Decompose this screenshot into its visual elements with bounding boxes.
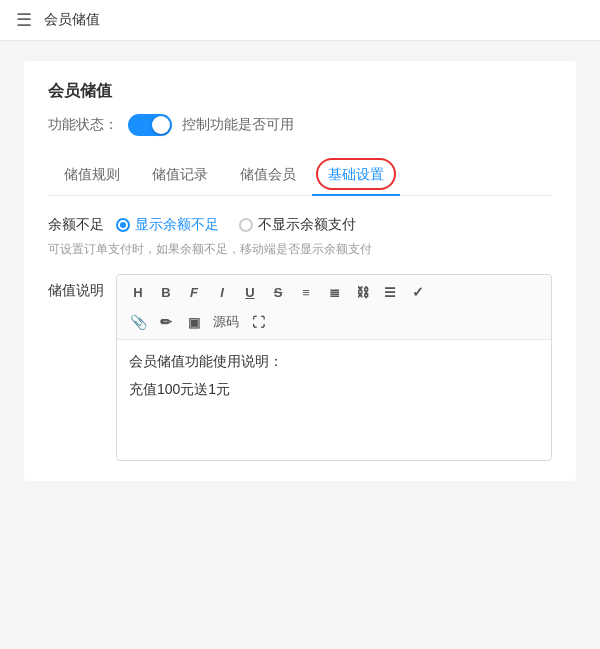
toolbar-b-btn[interactable]: B (153, 279, 179, 305)
toggle-thumb (152, 116, 170, 134)
tab-recharge-records[interactable]: 储值记录 (136, 156, 224, 196)
toolbar-bold-italic-btn[interactable]: F (181, 279, 207, 305)
toolbar-source-btn[interactable]: 源码 (209, 309, 243, 335)
main-content: 会员储值 功能状态： 控制功能是否可用 储值规则 储值记录 储值会员 基础设置 (0, 41, 600, 649)
header-bar: ☰ 会员储值 (0, 0, 600, 41)
toolbar-italic-btn[interactable]: I (209, 279, 235, 305)
balance-insufficient-label: 余额不足 (48, 216, 104, 234)
radio-option-hide[interactable]: 不显示余额支付 (239, 216, 356, 234)
editor-toolbar: H B F I U S ≡ ≣ ⛓ ☰ ✓ (117, 275, 551, 340)
toolbar-h-btn[interactable]: H (125, 279, 151, 305)
toolbar-align-center-btn[interactable]: ≣ (321, 279, 347, 305)
toolbar-align-left-btn[interactable]: ≡ (293, 279, 319, 305)
toolbar-check-btn[interactable]: ✓ (405, 279, 431, 305)
editor-container: H B F I U S ≡ ≣ ⛓ ☰ ✓ (116, 274, 552, 461)
radio-show-circle (116, 218, 130, 232)
toolbar-fullscreen-btn[interactable]: ⛶ (245, 309, 271, 335)
balance-insufficient-row: 余额不足 显示余额不足 不显示余额支付 (48, 216, 552, 234)
editor-line-1: 会员储值功能使用说明： (129, 350, 539, 372)
toolbar-pen-btn[interactable]: ✏ (153, 309, 179, 335)
editor-body[interactable]: 会员储值功能使用说明： 充值100元送1元 (117, 340, 551, 460)
tab-recharge-members[interactable]: 储值会员 (224, 156, 312, 196)
radio-option-show[interactable]: 显示余额不足 (116, 216, 219, 234)
radio-hide-label: 不显示余额支付 (258, 216, 356, 234)
radio-show-label: 显示余额不足 (135, 216, 219, 234)
feature-status-desc: 控制功能是否可用 (182, 116, 294, 134)
editor-line-2: 充值100元送1元 (129, 378, 539, 400)
description-section-row: 储值说明 H B F I U S ≡ ≣ ⛓ (48, 274, 552, 461)
radio-hide-circle (239, 218, 253, 232)
description-section-label: 储值说明 (48, 274, 104, 461)
toolbar-list-btn[interactable]: ☰ (377, 279, 403, 305)
toolbar-link-btn[interactable]: ⛓ (349, 279, 375, 305)
feature-toggle[interactable] (128, 114, 172, 136)
tab-basic-settings[interactable]: 基础设置 (312, 156, 400, 196)
header-title: 会员储值 (44, 11, 100, 29)
toolbar-attach-btn[interactable]: 📎 (125, 309, 151, 335)
toolbar-underline-btn[interactable]: U (237, 279, 263, 305)
toolbar-strikethrough-btn[interactable]: S (265, 279, 291, 305)
editor-toolbar-row2: 📎 ✏ ▣ 源码 ⛶ (125, 309, 543, 335)
tab-panel-basic-settings: 余额不足 显示余额不足 不显示余额支付 可设置订单支付时，如果余额不足，移动端是… (48, 196, 552, 461)
feature-status-row: 功能状态： 控制功能是否可用 (48, 114, 552, 136)
feature-status-label: 功能状态： (48, 116, 118, 134)
card-title: 会员储值 (48, 81, 552, 102)
tab-recharge-rules[interactable]: 储值规则 (48, 156, 136, 196)
menu-icon[interactable]: ☰ (16, 9, 32, 31)
tabs-row: 储值规则 储值记录 储值会员 基础设置 (48, 156, 552, 196)
balance-insufficient-hint: 可设置订单支付时，如果余额不足，移动端是否显示余额支付 (48, 240, 552, 258)
editor-toolbar-row1: H B F I U S ≡ ≣ ⛓ ☰ ✓ (125, 279, 543, 305)
main-card: 会员储值 功能状态： 控制功能是否可用 储值规则 储值记录 储值会员 基础设置 (24, 61, 576, 481)
toolbar-image-btn[interactable]: ▣ (181, 309, 207, 335)
